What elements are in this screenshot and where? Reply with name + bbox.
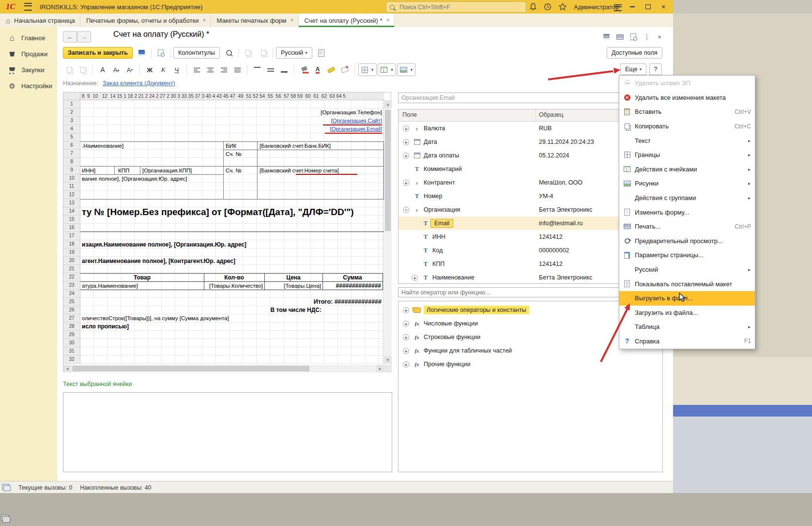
sheet-row-headers[interactable]: 1234567891011121314151617181920212223242… xyxy=(63,100,80,364)
expand-icon[interactable] xyxy=(403,334,409,340)
menu-item[interactable]: Предварительный просмотр... ▸ xyxy=(619,234,755,248)
function-group-row[interactable]: Прочие функции xyxy=(398,357,662,371)
cell-account-label[interactable]: Сч. № xyxy=(226,150,242,158)
cell-supplier[interactable]: изация.Наименование полное], [Организаци… xyxy=(82,241,246,248)
expand-icon[interactable] xyxy=(403,125,409,132)
menu-item[interactable]: Параметры страницы... ▸ xyxy=(619,248,755,263)
sidebar-item[interactable]: Настройки xyxy=(0,78,57,94)
vertical-scrollbar[interactable]: ▴ ▾ xyxy=(384,100,392,364)
expand-icon[interactable] xyxy=(403,180,409,186)
cell-row-qty[interactable]: [Товары.Количество] xyxy=(204,282,263,290)
row-header[interactable]: 22 xyxy=(63,273,80,281)
service-menu-icon[interactable] xyxy=(614,4,622,11)
row-header[interactable]: 4 xyxy=(63,125,80,133)
back-button[interactable]: ← xyxy=(63,31,77,43)
font-color-button[interactable]: А xyxy=(311,64,324,76)
horizontal-scrollbar[interactable]: ◂ ▸ xyxy=(63,365,384,372)
cell-total[interactable]: Итого: ############## xyxy=(314,298,382,306)
available-fields-button[interactable]: Доступные поля xyxy=(607,47,662,59)
global-search[interactable] xyxy=(386,1,526,13)
selected-cell-text-area[interactable] xyxy=(63,392,392,472)
horizontal-scroll-thumb[interactable] xyxy=(72,366,309,371)
sidebar-item[interactable]: Продажи xyxy=(0,46,57,62)
border-top-button[interactable] xyxy=(251,64,263,76)
cell-count-line[interactable]: оличествоСтрок([Товары])], на сумму [Сум… xyxy=(82,314,229,322)
copy-format-button[interactable] xyxy=(63,64,76,76)
paste-format-button[interactable] xyxy=(77,64,89,76)
cell-th-sum[interactable]: Сумма xyxy=(322,274,383,281)
menu-item[interactable]: Изменить форму... ▸ xyxy=(619,205,755,219)
tab-close-icon[interactable]: × xyxy=(203,17,206,24)
clear-format-button[interactable] xyxy=(338,64,351,76)
row-header[interactable]: 18 xyxy=(63,240,80,248)
menu-item[interactable]: Вставить Ctrl+V ▸ xyxy=(619,105,755,119)
cell-org-site[interactable]: [Организация.Сайт] xyxy=(331,117,382,124)
preview-icon[interactable] xyxy=(628,32,639,42)
find-button[interactable] xyxy=(223,47,235,59)
forward-button[interactable]: → xyxy=(77,31,91,43)
expand-icon[interactable] xyxy=(412,248,418,254)
tab[interactable]: Макеты печатных форм × xyxy=(211,14,299,27)
minimize-button[interactable] xyxy=(626,0,639,13)
row-header[interactable]: 8 xyxy=(63,158,80,166)
table-dropdown[interactable]: ▾ xyxy=(378,63,396,76)
row-header[interactable]: 23 xyxy=(63,281,80,290)
menu-item[interactable]: Текст ▸ xyxy=(619,133,755,148)
main-menu-icon[interactable] xyxy=(24,3,32,11)
font-size-up-button[interactable]: А▴ xyxy=(110,64,123,76)
notifications-bell-icon[interactable] xyxy=(529,2,537,11)
cell-account-value[interactable]: [Банковский счет.Номер счета] xyxy=(260,167,339,174)
row-header[interactable]: 13 xyxy=(63,199,80,207)
expand-icon[interactable] xyxy=(403,321,409,327)
row-header[interactable]: 29 xyxy=(63,331,80,339)
cell-customer[interactable]: агент.Наименование полное], [Контрагент.… xyxy=(82,257,235,265)
expand-icon[interactable] xyxy=(412,261,418,267)
home-tab[interactable]: ⌂ Начальная страница xyxy=(0,14,80,27)
row-header[interactable]: 2 xyxy=(63,108,80,117)
menu-item[interactable]: Границы ▸ xyxy=(619,148,755,162)
menu-item[interactable]: Справка F1 ▸ xyxy=(619,334,755,349)
borders-dropdown[interactable]: ▾ xyxy=(358,63,377,76)
spreadsheet-editor[interactable]: 8 9 10 12 14 15 1 18 2 21 2 24 2 27 2 30… xyxy=(63,92,391,372)
align-right-button[interactable] xyxy=(217,64,230,76)
row-header[interactable]: 1 xyxy=(63,100,80,108)
print-icon[interactable] xyxy=(614,32,626,42)
cell-bik-value[interactable]: [Банковский счет.Банк.БИК] xyxy=(260,142,331,150)
sidebar-item[interactable]: Закупки xyxy=(0,62,57,78)
expand-icon[interactable] xyxy=(403,153,409,159)
cell-row-sum[interactable]: ############## xyxy=(322,282,381,290)
close-editor-icon[interactable]: × xyxy=(654,32,665,42)
row-header[interactable]: 30 xyxy=(63,339,80,347)
expand-icon[interactable] xyxy=(403,307,409,313)
paste-button[interactable] xyxy=(257,47,270,59)
headers-footers-button[interactable]: Колонтитулы xyxy=(173,47,220,59)
row-header[interactable]: 26 xyxy=(63,306,80,314)
history-icon[interactable] xyxy=(543,2,552,11)
page-view-button[interactable] xyxy=(315,47,328,59)
cell-org-phone[interactable]: [Организация.Телефон] xyxy=(321,108,382,116)
current-user[interactable]: Администратор xyxy=(574,3,619,11)
sidebar-item[interactable]: Главное xyxy=(0,30,57,46)
italic-button[interactable]: К xyxy=(157,64,169,76)
tab-close-icon[interactable]: × xyxy=(291,17,294,24)
row-header[interactable]: 25 xyxy=(63,298,80,306)
menu-item[interactable]: Удалить все изменения макета ▸ xyxy=(619,91,755,105)
save-and-close-button[interactable]: Записать и закрыть xyxy=(63,47,133,59)
cell-inn[interactable]: ИНН] xyxy=(82,167,95,174)
help-button[interactable]: ? xyxy=(649,63,662,75)
row-header[interactable]: 24 xyxy=(63,290,80,298)
maximize-button[interactable] xyxy=(641,0,655,13)
save-icon[interactable] xyxy=(600,32,612,42)
menu-item[interactable]: Печать... Ctrl+P ▸ xyxy=(619,219,755,234)
cell-bik-label[interactable]: БИК xyxy=(226,142,237,150)
row-header[interactable]: 28 xyxy=(63,323,80,331)
row-header[interactable]: 7 xyxy=(63,150,80,158)
underline-button[interactable]: Ч xyxy=(170,64,183,76)
border-bottom-button[interactable] xyxy=(278,64,291,76)
menu-item[interactable]: Таблица ▸ xyxy=(619,320,755,334)
tab-close-icon[interactable]: × xyxy=(386,17,390,24)
row-header[interactable]: 3 xyxy=(63,117,80,125)
copy-button[interactable] xyxy=(242,47,254,59)
sheet-corner[interactable] xyxy=(63,93,80,100)
menu-item[interactable]: Выгрузить в файл... ▸ xyxy=(619,291,755,306)
